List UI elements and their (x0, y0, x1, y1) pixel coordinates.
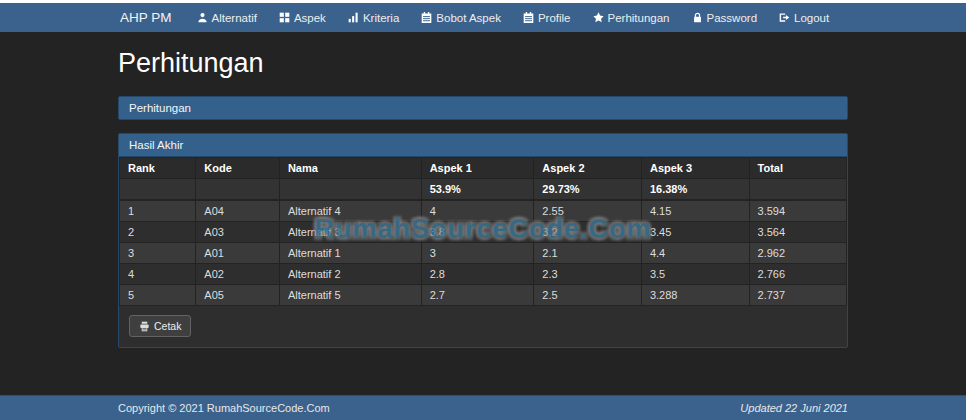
cell-rank: 1 (120, 200, 196, 222)
table-row: 2 A03 Alternatif 3 3.8 3.2 3.45 3.564 (120, 222, 847, 243)
hasil-akhir-table: Rank Kode Nama Aspek 1 Aspek 2 Aspek 3 T… (119, 157, 847, 306)
cell-nama: Alternatif 5 (279, 285, 421, 306)
column-header: Aspek 3 (641, 158, 749, 179)
cell-aspek2: 2.55 (534, 200, 642, 222)
cell-rank: 4 (120, 264, 196, 285)
cell-total: 2.962 (749, 243, 846, 264)
panel-perhitungan: Perhitungan (118, 96, 848, 120)
table-weights-row: 53.9% 29.73% 16.38% (120, 179, 847, 201)
cell-aspek3: 4.4 (641, 243, 749, 264)
cell-rank: 2 (120, 222, 196, 243)
cell-kode: A02 (196, 264, 280, 285)
footer-copyright: Copyright © 2021 RumahSourceCode.Com (118, 402, 330, 414)
brand-link[interactable]: AHP PM (118, 3, 186, 32)
cell-aspek3: 3.45 (641, 222, 749, 243)
table-header-row: Rank Kode Nama Aspek 1 Aspek 2 Aspek 3 T… (120, 158, 847, 179)
table-row: 3 A01 Alternatif 1 3 2.1 4.4 2.962 (120, 243, 847, 264)
cell-aspek1: 3.8 (421, 222, 534, 243)
cell-aspek1: 2.7 (421, 285, 534, 306)
weight-cell: 29.73% (534, 179, 642, 201)
page-title: Perhitungan (118, 48, 848, 78)
nav-item-kriteria[interactable]: Kriteria (337, 3, 410, 32)
nav-item-label: Kriteria (363, 12, 399, 24)
cell-aspek1: 2.8 (421, 264, 534, 285)
printer-icon (139, 321, 150, 332)
cell-kode: A01 (196, 243, 280, 264)
weight-cell (120, 179, 196, 201)
calendar-icon (523, 12, 534, 23)
grid-icon (279, 12, 290, 23)
table-row: 1 A04 Alternatif 4 4 2.55 4.15 3.594 (120, 200, 847, 222)
lock-icon (692, 12, 703, 23)
cell-kode: A04 (196, 200, 280, 222)
nav-item-label: Aspek (294, 12, 326, 24)
table-row: 4 A02 Alternatif 2 2.8 2.3 3.5 2.766 (120, 264, 847, 285)
cell-nama: Alternatif 3 (279, 222, 421, 243)
weight-cell: 16.38% (641, 179, 749, 201)
nav-item-label: Profile (538, 12, 571, 24)
cell-aspek2: 3.2 (534, 222, 642, 243)
nav-item-password[interactable]: Password (681, 3, 769, 32)
bar-chart-icon (348, 12, 359, 23)
column-header: Aspek 1 (421, 158, 534, 179)
column-header: Total (749, 158, 846, 179)
panel-hasil-akhir: Hasil Akhir Rank Kode Nama Aspek 1 Aspek… (118, 133, 848, 348)
weight-cell: 53.9% (421, 179, 534, 201)
cell-aspek3: 3.288 (641, 285, 749, 306)
table-row: 5 A05 Alternatif 5 2.7 2.5 3.288 2.737 (120, 285, 847, 306)
nav-item-profile[interactable]: Profile (512, 3, 582, 32)
user-icon (197, 12, 208, 23)
cell-total: 3.594 (749, 200, 846, 222)
cell-kode: A05 (196, 285, 280, 306)
panel-hasil-akhir-header: Hasil Akhir (119, 134, 847, 157)
weight-cell (279, 179, 421, 201)
cell-aspek3: 3.5 (641, 264, 749, 285)
nav-item-label: Perhitungan (608, 12, 670, 24)
cell-total: 3.564 (749, 222, 846, 243)
cell-aspek1: 4 (421, 200, 534, 222)
cell-total: 2.766 (749, 264, 846, 285)
cetak-button[interactable]: Cetak (129, 315, 191, 337)
logout-icon (779, 12, 790, 23)
nav-item-logout[interactable]: Logout (768, 3, 840, 32)
cell-nama: Alternatif 4 (279, 200, 421, 222)
cell-nama: Alternatif 1 (279, 243, 421, 264)
main-content: Perhitungan Perhitungan Hasil Akhir Rank… (0, 32, 966, 395)
calendar-icon (421, 12, 432, 23)
nav-item-label: Alternatif (212, 12, 257, 24)
cell-aspek2: 2.3 (534, 264, 642, 285)
cetak-button-label: Cetak (154, 320, 181, 332)
cell-aspek1: 3 (421, 243, 534, 264)
cell-aspek2: 2.5 (534, 285, 642, 306)
cell-aspek2: 2.1 (534, 243, 642, 264)
footer: Copyright © 2021 RumahSourceCode.Com Upd… (0, 395, 966, 420)
cell-aspek3: 4.15 (641, 200, 749, 222)
star-icon (593, 12, 604, 23)
panel-hasil-akhir-body: Cetak (119, 306, 847, 347)
nav-item-perhitungan[interactable]: Perhitungan (582, 3, 681, 32)
nav-item-label: Password (707, 12, 758, 24)
nav-item-label: Bobot Aspek (436, 12, 501, 24)
column-header: Rank (120, 158, 196, 179)
nav-item-aspek[interactable]: Aspek (268, 3, 337, 32)
cell-total: 2.737 (749, 285, 846, 306)
navbar: AHP PM Alternatif Aspek Kriteria Bobot A… (0, 3, 966, 32)
panel-perhitungan-header: Perhitungan (119, 97, 847, 119)
weight-cell (749, 179, 846, 201)
cell-rank: 3 (120, 243, 196, 264)
nav-item-label: Logout (794, 12, 829, 24)
weight-cell (196, 179, 280, 201)
column-header: Nama (279, 158, 421, 179)
nav-item-alternatif[interactable]: Alternatif (186, 3, 268, 32)
column-header: Kode (196, 158, 280, 179)
column-header: Aspek 2 (534, 158, 642, 179)
nav-item-bobot-aspek[interactable]: Bobot Aspek (410, 3, 512, 32)
cell-nama: Alternatif 2 (279, 264, 421, 285)
cell-kode: A03 (196, 222, 280, 243)
cell-rank: 5 (120, 285, 196, 306)
footer-updated: Updated 22 Juni 2021 (740, 402, 848, 414)
